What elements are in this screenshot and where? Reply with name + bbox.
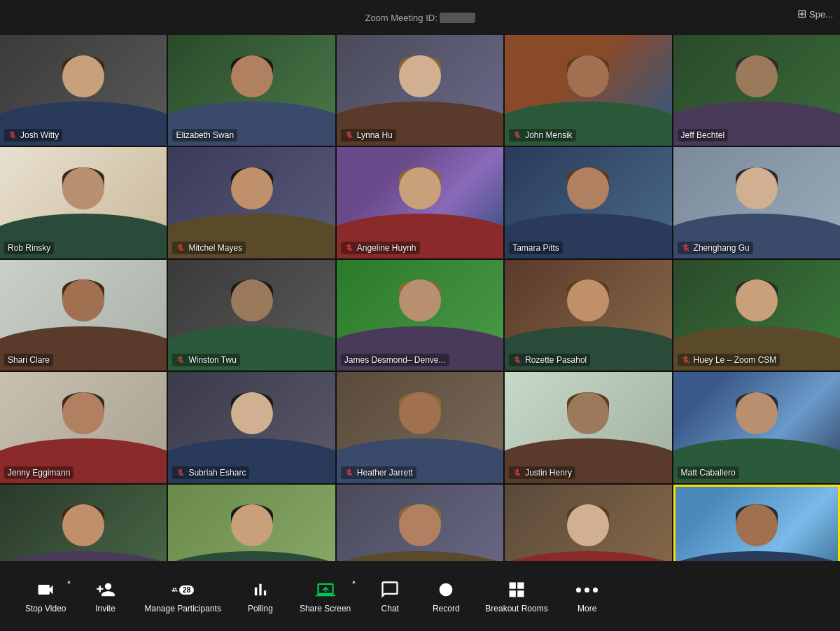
participants-icon: 28: [172, 578, 194, 601]
breakout-rooms-button[interactable]: Breakout Rooms: [474, 573, 559, 619]
invite-icon: [94, 578, 117, 601]
invite-label: Invite: [95, 604, 115, 613]
video-cell-lynnahu: Lynna Hu: [337, 35, 503, 146]
video-cell-jeffbechtel: Jeff Bechtel: [673, 35, 840, 146]
video-cell-johnmensik: John Mensik: [505, 35, 671, 146]
participant-name-4: John Mensik: [509, 129, 575, 141]
participant-name-3: Lynna Hu: [341, 129, 396, 141]
stop-video-button[interactable]: Stop Video ▲: [14, 573, 78, 619]
participant-name-7: Mitchel Mayes: [172, 242, 246, 254]
video-cell-angelinehuynh: Angeline Huynh: [337, 147, 503, 258]
manage-participants-label: Manage Participants: [145, 604, 221, 613]
svg-point-0: [440, 583, 453, 597]
chat-button[interactable]: Chat: [362, 573, 418, 619]
video-cell-elizabethswan: Elizabeth Swan: [168, 35, 335, 146]
video-cell-jamesdesmond–denve...: James Desmond– Denve...: [337, 260, 503, 370]
more-icon: [576, 578, 598, 601]
participant-name-19: Justin Henry: [509, 466, 575, 479]
participant-name-2: Elizabeth Swan: [172, 129, 237, 141]
participant-name-10: Zhenghang Gu: [678, 242, 753, 254]
polling-button[interactable]: Polling: [232, 573, 288, 619]
stop-video-label: Stop Video: [25, 604, 66, 613]
share-screen-icon: [314, 578, 337, 601]
video-cell-robrinsky: Rob Rinsky: [0, 147, 167, 258]
video-cell-justinhenry: Justin Henry: [505, 372, 671, 483]
participant-name-15: Huey Le – Zoom CSM: [678, 354, 780, 366]
speaker-view-btn[interactable]: ⊞ Spe...: [797, 7, 833, 20]
participant-name-13: James Desmond– Denve...: [341, 354, 449, 366]
manage-participants-button[interactable]: 28 Manage Participants: [134, 573, 232, 619]
video-cell-heatherjarrett: Heather Jarrett: [337, 372, 503, 483]
more-label: More: [578, 604, 596, 613]
video-cell-zhenghanggu: Zhenghang Gu: [673, 147, 840, 258]
video-icon: [34, 578, 57, 601]
video-cell-hueyle–zoomcsm: Huey Le – Zoom CSM: [673, 260, 840, 370]
participant-name-12: Winston Twu: [172, 354, 239, 366]
participant-count-badge: 28: [179, 585, 194, 595]
participant-name-18: Heather Jarrett: [341, 466, 416, 479]
participant-name-14: Rozette Pasahol: [509, 354, 590, 366]
record-button[interactable]: Record: [418, 573, 474, 619]
meeting-id: Zoom Meeting ID: id: [365, 13, 475, 23]
participant-name-1: Josh Witty: [4, 129, 62, 141]
chat-icon: [379, 578, 401, 601]
invite-button[interactable]: Invite: [78, 573, 134, 619]
participant-name-5: Jeff Bechtel: [678, 129, 728, 141]
video-cell-jennyeggimann: Jenny Eggimann: [0, 372, 167, 483]
polling-icon: [249, 578, 272, 601]
participant-name-6: Rob Rinsky: [4, 242, 54, 254]
share-caret[interactable]: ▲: [351, 578, 356, 585]
video-grid: Josh WittyElizabeth SwanLynna HuJohn Men…: [0, 35, 840, 595]
record-label: Record: [433, 604, 460, 613]
breakout-rooms-label: Breakout Rooms: [485, 604, 547, 613]
video-cell-tamarapitts: Tamara Pitts: [505, 147, 671, 258]
video-caret[interactable]: ▲: [66, 578, 72, 585]
video-cell-winstontwu: Winston Twu: [168, 260, 335, 370]
participant-name-20: Matt Caballero: [678, 466, 739, 479]
participant-name-11: Shari Clare: [4, 354, 53, 366]
toolbar: Stop Video ▲ Invite 28 Manage Participan…: [0, 561, 840, 631]
participant-name-8: Angeline Huynh: [341, 242, 420, 254]
breakout-rooms-icon: [505, 578, 528, 601]
top-bar: Zoom Meeting ID: id ⊞ Spe...: [0, 0, 840, 35]
video-cell-subriahesharc: Subriah Esharc: [168, 372, 335, 483]
share-screen-label: Share Screen: [300, 604, 351, 613]
chat-label: Chat: [382, 604, 399, 613]
video-cell-joshwitty: Josh Witty: [0, 35, 167, 146]
record-icon: [435, 578, 457, 601]
participant-name-16: Jenny Eggimann: [4, 466, 74, 479]
share-screen-button[interactable]: Share Screen ▲: [288, 573, 362, 619]
polling-label: Polling: [248, 604, 273, 613]
video-cell-mattcaballero: Matt Caballero: [673, 372, 840, 483]
more-button[interactable]: More: [559, 573, 615, 619]
video-cell-mitchelmayes: Mitchel Mayes: [168, 147, 335, 258]
video-cell-shariclare: Shari Clare: [0, 260, 167, 370]
video-cell-rozettepasahol: Rozette Pasahol: [505, 260, 671, 370]
participant-name-17: Subriah Esharc: [172, 466, 249, 479]
participant-name-9: Tamara Pitts: [509, 242, 563, 254]
